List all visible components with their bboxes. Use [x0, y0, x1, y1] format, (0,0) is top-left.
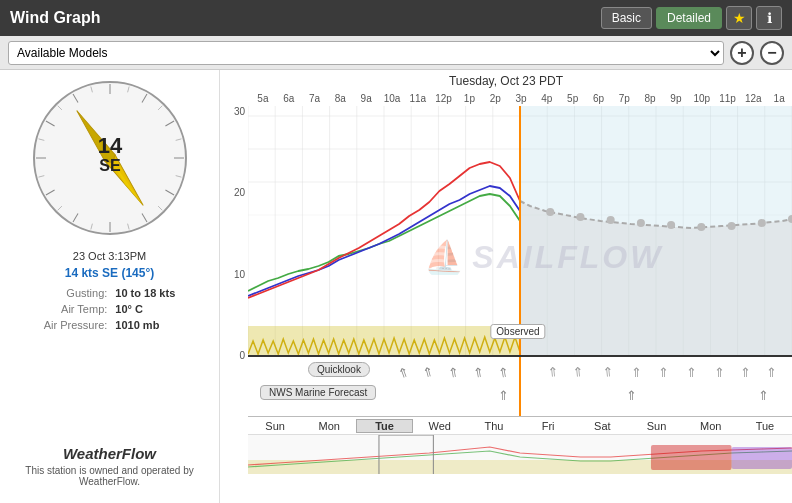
- mini-chart-svg: [248, 435, 792, 474]
- day-label: Tue: [738, 420, 792, 432]
- arrow-14: ⇑: [766, 365, 777, 380]
- time-label: 11a: [405, 93, 431, 104]
- marine-row: NWS Marine Forecast ⇑ ⇑ ⇑: [248, 384, 792, 406]
- arrow-7: ⇑: [572, 364, 584, 380]
- time-label: 9p: [663, 93, 689, 104]
- marine-arrow-1: ⇑: [498, 388, 509, 403]
- arrow-12: ⇑: [714, 365, 725, 380]
- y-axis: 30 20 10 0: [220, 106, 248, 416]
- svg-point-58: [607, 216, 615, 224]
- svg-point-62: [728, 222, 736, 230]
- toolbar: Available Models + −: [0, 36, 792, 70]
- time-label: 10a: [379, 93, 405, 104]
- day-label: Wed: [413, 420, 467, 432]
- time-label: 5p: [560, 93, 586, 104]
- air-pressure-value: 1010 mb: [112, 318, 178, 332]
- model-select[interactable]: Available Models: [8, 41, 724, 65]
- day-label: Thu: [467, 420, 521, 432]
- time-label: 12a: [740, 93, 766, 104]
- marine-arrow-3: ⇑: [758, 388, 769, 403]
- time-label: 7a: [302, 93, 328, 104]
- svg-rect-70: [379, 435, 433, 474]
- stats-table: Gusting: 10 to 18 kts Air Temp: 10° C Ai…: [39, 284, 181, 334]
- day-label: Fri: [521, 420, 575, 432]
- quicklook-row: Quicklook ⇑ ⇑ ⇑ ⇑ ⇑ ⇑ ⇑ ⇑ ⇑ ⇑ ⇑ ⇑ ⇑ ⇑: [248, 361, 792, 383]
- quicklook-label: Quicklook: [308, 362, 370, 377]
- day-labels-row: SunMonTueWedThuFriSatSunMonTue: [248, 416, 792, 434]
- detailed-button[interactable]: Detailed: [656, 7, 722, 29]
- time-label: 5a: [250, 93, 276, 104]
- brand-logo: WeatherFlow: [8, 445, 211, 462]
- svg-point-61: [697, 223, 705, 231]
- chart-title: Tuesday, Oct 23 PDT: [220, 70, 792, 90]
- gusting-label: Gusting:: [41, 286, 111, 300]
- time-label: 2p: [482, 93, 508, 104]
- day-label: Mon: [684, 420, 738, 432]
- day-label: Sun: [248, 420, 302, 432]
- arrow-5: ⇑: [497, 364, 510, 381]
- left-panel: 14 SE 23 Oct 3:13PM 14 kts SE (145°) Gus…: [0, 70, 220, 503]
- svg-point-56: [546, 208, 554, 216]
- arrow-8: ⇑: [602, 364, 614, 380]
- day-label: Tue: [356, 419, 412, 433]
- timestamp: 23 Oct 3:13PM: [8, 250, 211, 262]
- weather-stats: 23 Oct 3:13PM 14 kts SE (145°) Gusting: …: [8, 250, 211, 338]
- y-label-10: 10: [234, 269, 245, 280]
- time-label: 6p: [586, 93, 612, 104]
- svg-rect-71: [651, 445, 732, 470]
- air-temp-label: Air Temp:: [41, 302, 111, 316]
- time-label: 4p: [534, 93, 560, 104]
- mini-chart: [248, 434, 792, 474]
- arrow-13: ⇑: [740, 365, 751, 380]
- day-label: Mon: [302, 420, 356, 432]
- time-label: 7p: [611, 93, 637, 104]
- time-label: 9a: [353, 93, 379, 104]
- arrow-6: ⇑: [547, 364, 559, 380]
- day-label: Sun: [629, 420, 683, 432]
- svg-point-60: [667, 221, 675, 229]
- time-label: 10p: [689, 93, 715, 104]
- remove-button[interactable]: −: [760, 41, 784, 65]
- header: Wind Graph Basic Detailed ★ ℹ: [0, 0, 792, 36]
- main-content: 14 SE 23 Oct 3:13PM 14 kts SE (145°) Gus…: [0, 70, 792, 503]
- arrow-4: ⇑: [472, 364, 485, 381]
- arrow-11: ⇑: [686, 365, 697, 380]
- air-pressure-row: Air Pressure: 1010 mb: [41, 318, 179, 332]
- add-button[interactable]: +: [730, 41, 754, 65]
- arrow-1: ⇑: [396, 363, 411, 381]
- compass-container: 14 SE: [30, 78, 190, 238]
- arrow-2: ⇑: [421, 363, 436, 380]
- brand-tagline: This station is owned and operated by We…: [8, 465, 211, 487]
- air-pressure-label: Air Pressure:: [41, 318, 111, 332]
- time-label: 1p: [457, 93, 483, 104]
- y-label-20: 20: [234, 187, 245, 198]
- chart-body: 30 20 10 0: [220, 106, 792, 416]
- air-temp-row: Air Temp: 10° C: [41, 302, 179, 316]
- marine-arrow-2: ⇑: [626, 388, 637, 403]
- chart-area: Tuesday, Oct 23 PDT 5a6a7a8a9a10a11a12p1…: [220, 70, 792, 503]
- compass-speed: 14: [97, 133, 122, 158]
- time-label: 8a: [327, 93, 353, 104]
- svg-rect-72: [732, 447, 792, 469]
- air-temp-value: 10° C: [112, 302, 178, 316]
- marine-forecast-label: NWS Marine Forecast: [260, 385, 376, 400]
- time-label: 6a: [276, 93, 302, 104]
- time-label: 1a: [766, 93, 792, 104]
- arrow-3: ⇑: [447, 364, 460, 381]
- chart-svg-wrapper: KTS Observed Quicklook ⇑ ⇑ ⇑ ⇑ ⇑ ⇑ ⇑ ⇑: [248, 106, 792, 416]
- header-controls: Basic Detailed ★ ℹ: [601, 6, 782, 30]
- svg-point-57: [576, 213, 584, 221]
- page-title: Wind Graph: [10, 9, 101, 27]
- time-label: 8p: [637, 93, 663, 104]
- compass-direction: SE: [99, 157, 121, 174]
- y-label-0: 0: [239, 350, 245, 361]
- wind-speed-link[interactable]: 14 kts SE (145°): [8, 266, 211, 280]
- star-button[interactable]: ★: [726, 6, 752, 30]
- time-label: 11p: [715, 93, 741, 104]
- info-button[interactable]: ℹ: [756, 6, 782, 30]
- gusting-row: Gusting: 10 to 18 kts: [41, 286, 179, 300]
- time-label: 12p: [431, 93, 457, 104]
- basic-button[interactable]: Basic: [601, 7, 652, 29]
- day-label: Sat: [575, 420, 629, 432]
- svg-point-63: [758, 219, 766, 227]
